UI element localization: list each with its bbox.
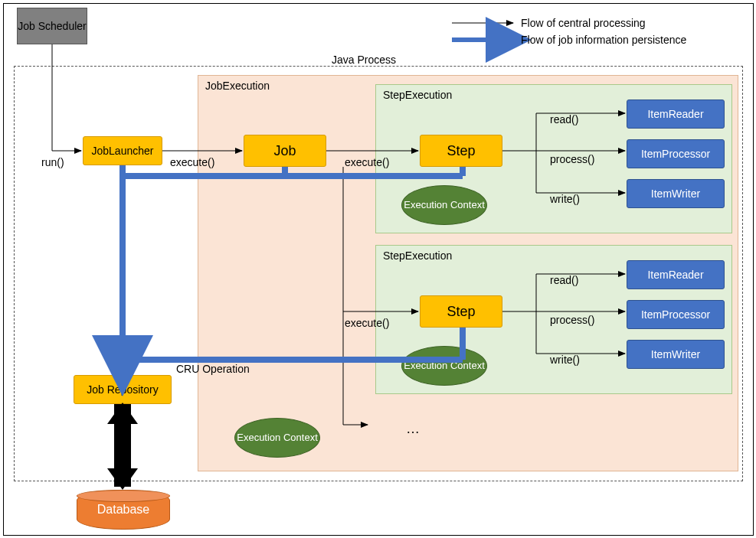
exec-ctx-1-label: Execution Context [404,200,485,210]
database-cylinder: Database [77,490,170,530]
step-1-label: Step [447,143,475,159]
run-label: run() [41,156,64,168]
step-execution-1-title: StepExecution [383,89,452,101]
item-processor-2: ItemProcessor [627,300,725,329]
item-writer-2: ItemWriter [627,340,725,369]
item-reader-2-label: ItemReader [647,269,703,281]
item-writer-2-label: ItemWriter [651,348,700,360]
item-processor-1-label: ItemProcessor [641,148,710,160]
execute-3-label: execute() [345,317,389,329]
java-process-title: Java Process [326,54,402,66]
step-1-box: Step [420,135,502,167]
execute-1-label: execute() [170,156,214,168]
step-2-label: Step [447,304,475,320]
legend-central: Flow of central processing [521,17,646,29]
item-reader-1-label: ItemReader [647,108,703,120]
legend-persistence: Flow of job information persistence [521,34,686,46]
write-1-label: write() [550,193,580,205]
item-processor-1: ItemProcessor [627,139,725,168]
job-repository-label: Job Repository [87,383,158,396]
cru-operation-label: CRU Operation [176,363,250,375]
item-processor-2-label: ItemProcessor [641,308,710,321]
job-launcher-label: JobLauncher [92,145,154,157]
job-execution-title: JobExecution [205,80,270,92]
process-1-label: process() [550,153,594,165]
exec-ctx-job-label: Execution Context [237,432,318,443]
execute-2-label: execute() [345,156,389,168]
ellipsis-label: … [406,421,420,437]
job-scheduler-box: Job Scheduler [17,8,87,44]
exec-ctx-1: Execution Context [401,185,487,225]
item-writer-1: ItemWriter [627,179,725,208]
step-2-box: Step [420,295,502,328]
item-reader-2: ItemReader [627,260,725,289]
job-box: Job [244,135,326,167]
process-2-label: process() [550,314,594,326]
read-1-label: read() [550,113,578,126]
write-2-label: write() [550,354,580,366]
exec-ctx-2-label: Execution Context [404,360,485,371]
job-repository-box: Job Repository [74,375,172,404]
job-label: Job [273,143,296,159]
item-writer-1-label: ItemWriter [651,187,700,200]
database-label: Database [97,503,150,517]
exec-ctx-2: Execution Context [401,346,487,386]
item-reader-1: ItemReader [627,99,725,129]
job-scheduler-label: Job Scheduler [18,20,87,32]
read-2-label: read() [550,274,578,286]
exec-ctx-job: Execution Context [234,418,320,458]
step-execution-2-title: StepExecution [383,249,452,262]
job-launcher-box: JobLauncher [83,136,162,165]
